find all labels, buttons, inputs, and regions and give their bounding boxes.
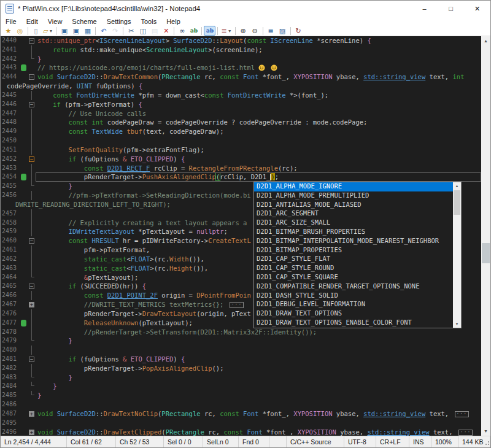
line-number[interactable]: 2485 <box>1 391 19 400</box>
code-line-2452[interactable]: 2452− if (fuOptions & ETO_CLIPPED) { <box>1 155 481 164</box>
fold-margin[interactable] <box>28 45 36 55</box>
minimize-button[interactable]: – <box>411 1 438 17</box>
fold-margin[interactable]: − <box>28 36 36 45</box>
code-line-2454[interactable]: 2454 pRenderTarget->PushAxisAlignedClip(… <box>1 172 481 182</box>
fold-margin[interactable] <box>28 319 36 328</box>
line-number[interactable]: 2446 <box>1 100 19 109</box>
paste-button[interactable]: ▤ <box>149 26 160 36</box>
line-number[interactable]: 2484 <box>1 382 19 391</box>
code-line-2442[interactable]: 2442} <box>1 55 481 64</box>
line-number[interactable]: 2454 <box>1 172 19 182</box>
autocomplete-item[interactable]: D2D1_COMPATIBLE_RENDER_TARGET_OPTIONS_NO… <box>254 282 453 292</box>
line-number[interactable]: 2448 <box>1 118 19 127</box>
autocomplete-scroll-thumb[interactable] <box>454 190 460 215</box>
autocomplete-item[interactable]: D2D1_ANTIALIAS_MODE_ALIASED <box>254 201 453 210</box>
menu-file[interactable]: File <box>1 17 21 26</box>
fold-margin[interactable] <box>28 55 36 64</box>
bookmark-margin[interactable] <box>19 346 28 355</box>
line-number[interactable]: 2445 <box>1 91 19 100</box>
code-line-2486[interactable]: 2486 <box>1 400 481 409</box>
code-line-2444[interactable]: 2444−void SurfaceD2D::DrawTextCommon(PRe… <box>1 72 481 82</box>
autocomplete-item[interactable]: D2D1_BITMAP_PROPERTIES <box>254 246 453 255</box>
fold-margin[interactable] <box>28 172 36 182</box>
bookmark-margin[interactable] <box>19 255 28 264</box>
bookmark-margin[interactable] <box>19 145 28 155</box>
line-number[interactable]: 2479 <box>1 336 19 346</box>
special-chars-button[interactable]: ▨ <box>277 26 288 36</box>
autocomplete-scrollbar[interactable]: ▲ ▼ <box>453 182 461 328</box>
line-number[interactable]: 2482 <box>1 364 19 373</box>
autocomplete-item[interactable]: D2D1_ALPHA_MODE_IGNORE <box>254 182 453 191</box>
line-number[interactable]: 2460 <box>1 236 19 245</box>
line-number[interactable]: 2461 <box>1 245 19 255</box>
code-line-2495[interactable]: 2495 <box>1 419 481 428</box>
fold-margin[interactable] <box>28 336 36 346</box>
line-number[interactable]: 2449 <box>1 127 19 136</box>
bookmark-margin[interactable] <box>19 364 28 373</box>
open-file-button[interactable]: ▱▼ <box>42 26 54 36</box>
fold-margin[interactable] <box>28 364 36 373</box>
fold-margin[interactable] <box>28 328 36 337</box>
cut-button[interactable]: ✂ <box>125 26 137 36</box>
bookmark-margin[interactable] <box>19 291 28 300</box>
autocomplete-item[interactable]: D2D1_BITMAP_INTERPOLATION_MODE_NEAREST_N… <box>254 237 453 246</box>
bookmark-button[interactable]: ★ <box>2 26 14 36</box>
code-line-2447[interactable]: 2447 // Use Unicode calls <box>1 109 481 118</box>
editor-scrollbar[interactable]: ▲ ▼ <box>481 36 490 436</box>
code-line-2448[interactable]: 2448 const int codePageDraw = codePageOv… <box>1 118 481 127</box>
bookmark-margin[interactable] <box>19 118 28 127</box>
bookmark-margin[interactable] <box>19 63 28 72</box>
autocomplete-item[interactable]: D2D1_CAP_STYLE_SQUARE <box>254 273 453 282</box>
line-number[interactable]: 2447 <box>1 109 19 118</box>
bookmark-margin[interactable] <box>19 300 28 309</box>
bookmark-margin[interactable] <box>19 273 28 282</box>
fold-margin[interactable] <box>28 182 36 191</box>
menu-scheme[interactable]: Scheme <box>67 17 101 26</box>
line-number[interactable]: 2444 <box>1 72 19 82</box>
scrollbar-down-icon[interactable]: ▼ <box>481 427 490 436</box>
autocomplete-item[interactable]: D2D1_DASH_STYLE_SOLID <box>254 292 453 301</box>
scrollbar-thumb[interactable] <box>482 243 490 263</box>
fold-margin[interactable] <box>28 145 36 155</box>
dropdown-arrow-icon[interactable]: ▼ <box>48 26 53 36</box>
fold-collapse-icon[interactable]: − <box>29 156 34 162</box>
save-all-button[interactable]: ▦ <box>82 26 93 36</box>
autocomplete-item[interactable]: D2D1_ALPHA_MODE_PREMULTIPLIED <box>254 191 453 201</box>
fold-collapse-icon[interactable]: − <box>29 38 34 44</box>
fold-margin[interactable] <box>28 391 36 400</box>
fold-margin[interactable] <box>28 346 36 355</box>
autocomplete-item[interactable]: D2D1_DRAW_TEXT_OPTIONS <box>254 309 453 319</box>
replace-button[interactable]: ab <box>188 26 199 36</box>
line-number[interactable]: 2453 <box>1 164 19 173</box>
menu-tools[interactable]: Tools <box>136 17 161 26</box>
bookmark-margin[interactable] <box>19 136 28 145</box>
reload-button[interactable]: ↻ <box>293 26 304 36</box>
bookmark-margin[interactable] <box>19 264 28 273</box>
bookmark-margin[interactable] <box>19 382 28 391</box>
zoom-out-button[interactable]: ⊖ <box>249 26 261 36</box>
fold-expand-icon[interactable]: + <box>29 430 34 435</box>
bookmark-margin[interactable] <box>19 164 28 173</box>
bookmark-margin[interactable] <box>19 373 28 382</box>
close-button[interactable]: ✕ <box>464 1 490 17</box>
fold-margin[interactable] <box>28 245 36 255</box>
line-number[interactable]: 2477 <box>1 319 19 328</box>
fold-margin[interactable] <box>28 264 36 273</box>
autocomplete-scroll-down-icon[interactable]: ▼ <box>453 320 461 328</box>
line-number[interactable]: 2442 <box>1 55 19 64</box>
line-number[interactable]: 2496 <box>1 428 19 436</box>
bookmark-margin[interactable] <box>19 55 28 64</box>
line-number[interactable]: 2455 <box>1 182 19 191</box>
bookmark-margin[interactable] <box>19 391 28 400</box>
code-line-2487[interactable]: 2487+void SurfaceD2D::DrawTextNoClip(PRe… <box>1 409 481 419</box>
match-highlight-button[interactable]: ab <box>204 26 215 36</box>
line-number[interactable]: 2440 <box>1 36 19 45</box>
bookmark-margin[interactable] <box>19 209 28 218</box>
line-number[interactable]: 2466 <box>1 291 19 300</box>
bookmark-margin[interactable] <box>19 72 28 82</box>
code-line-2483[interactable]: 2483 } <box>1 373 481 382</box>
undo-button[interactable]: ↶ <box>98 26 109 36</box>
fold-margin[interactable]: − <box>28 236 36 245</box>
fold-expand-icon[interactable]: + <box>29 302 34 307</box>
bookmark-margin[interactable] <box>19 227 28 236</box>
